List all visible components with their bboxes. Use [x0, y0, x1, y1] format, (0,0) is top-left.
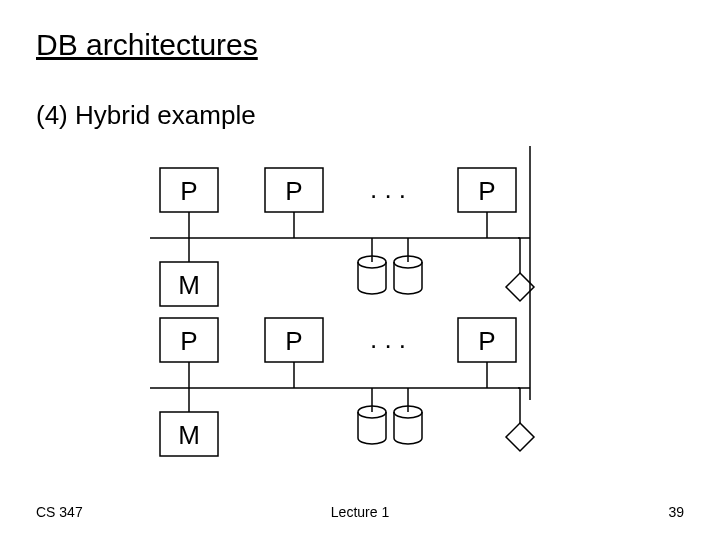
footer-lecture: Lecture 1: [0, 504, 720, 520]
p-box-2: P: [285, 176, 302, 206]
m-box-2: M: [178, 420, 200, 450]
p-box-4: P: [180, 326, 197, 356]
p-box-6: P: [478, 326, 495, 356]
ellipsis-1: . . .: [370, 174, 406, 204]
footer-page-number: 39: [668, 504, 684, 520]
p-box-3: P: [478, 176, 495, 206]
p-box-5: P: [285, 326, 302, 356]
m-box-1: M: [178, 270, 200, 300]
ellipsis-2: . . .: [370, 324, 406, 354]
diagram: P P P . . . M P P P . . . M: [0, 0, 720, 540]
p-box-1: P: [180, 176, 197, 206]
